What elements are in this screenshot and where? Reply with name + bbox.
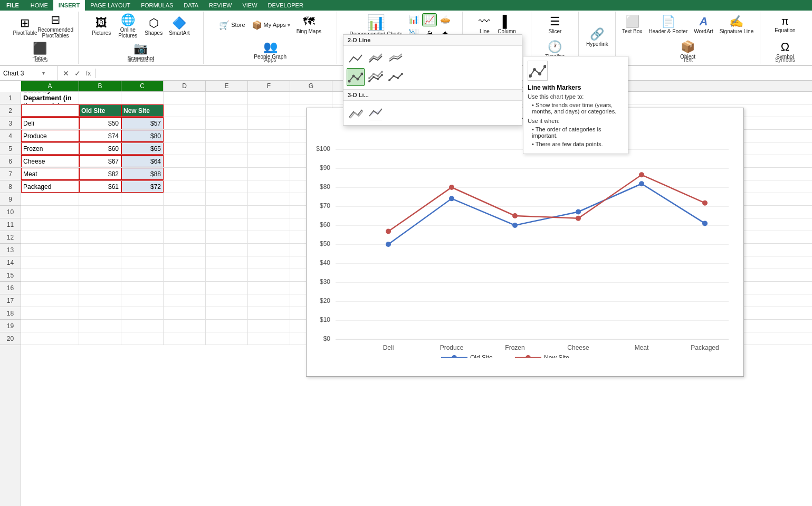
row-header-10[interactable]: 10: [0, 206, 21, 218]
cell-f8[interactable]: [248, 180, 290, 193]
cell-c4[interactable]: $80: [121, 130, 164, 142]
pivot-table-button[interactable]: ⊞ PivotTable: [10, 16, 40, 37]
cell-d9[interactable]: [164, 193, 206, 205]
row-header-20[interactable]: 20: [0, 332, 21, 345]
cell-e1[interactable]: [206, 92, 248, 104]
cell-b9[interactable]: [79, 193, 121, 205]
cell-b4[interactable]: $74: [79, 130, 121, 142]
cell-c2[interactable]: New Site: [121, 104, 164, 117]
pie-chart-button[interactable]: 🥧: [438, 13, 453, 26]
cell-f4[interactable]: [248, 130, 290, 142]
cell-f7[interactable]: [248, 168, 290, 180]
column-chart-button[interactable]: 📊: [406, 13, 421, 26]
row-header-3[interactable]: 3: [0, 117, 21, 130]
cell-f14[interactable]: [248, 256, 290, 269]
pictures-button[interactable]: 🖼 Pictures: [89, 16, 113, 37]
cell-e3[interactable]: [206, 117, 248, 129]
cell-e13[interactable]: [206, 244, 248, 256]
row-header-16[interactable]: 16: [0, 282, 21, 294]
cell-b6[interactable]: $67: [79, 155, 121, 167]
smartart-button[interactable]: 🔷 SmartArt: [166, 16, 192, 37]
cell-c5[interactable]: $65: [121, 142, 164, 155]
cell-a10[interactable]: [21, 206, 79, 218]
cell-d15[interactable]: [164, 269, 206, 281]
cell-b13[interactable]: [79, 244, 121, 256]
line-sparkline-button[interactable]: 〰 Line: [475, 14, 494, 36]
cell-a2[interactable]: [21, 104, 79, 117]
cell-f5[interactable]: [248, 142, 290, 155]
confirm-formula-button[interactable]: ✓: [73, 69, 82, 78]
column-sparkline-button[interactable]: ▌ Column: [495, 14, 518, 36]
cell-d17[interactable]: [164, 294, 206, 307]
cell-f20[interactable]: [248, 332, 290, 345]
cell-f3[interactable]: [248, 117, 290, 129]
cell-a5[interactable]: Frozen: [21, 142, 79, 155]
cell-b16[interactable]: [79, 282, 121, 294]
cell-a17[interactable]: [21, 294, 79, 307]
cell-c12[interactable]: [121, 231, 164, 243]
cell-e20[interactable]: [206, 332, 248, 345]
tab-file[interactable]: FILE: [0, 0, 25, 11]
tab-formulas[interactable]: FORMULAS: [136, 0, 178, 11]
cell-a13[interactable]: [21, 244, 79, 256]
cell-b12[interactable]: [79, 231, 121, 243]
cell-b17[interactable]: [79, 294, 121, 307]
cell-b1[interactable]: [79, 92, 121, 104]
row-header-9[interactable]: 9: [0, 193, 21, 206]
cell-a19[interactable]: [21, 320, 79, 332]
cell-b11[interactable]: [79, 218, 121, 231]
cell-e19[interactable]: [206, 320, 248, 332]
cell-e16[interactable]: [206, 282, 248, 294]
col-header-c[interactable]: C: [121, 81, 164, 91]
cell-e10[interactable]: [206, 206, 248, 218]
cell-a7[interactable]: Meat: [21, 168, 79, 180]
hyperlink-button[interactable]: 🔗 Hyperlink: [584, 27, 611, 49]
cell-b10[interactable]: [79, 206, 121, 218]
cell-b20[interactable]: [79, 332, 121, 345]
col-header-a[interactable]: A: [21, 81, 79, 91]
cell-g1[interactable]: [290, 92, 332, 104]
slicer-button[interactable]: ☰ Slicer: [546, 14, 565, 36]
cell-c3[interactable]: $57: [121, 117, 164, 129]
col-header-f[interactable]: F: [248, 81, 290, 91]
tab-page-layout[interactable]: PAGE LAYOUT: [85, 0, 136, 11]
cell-f1[interactable]: [248, 92, 290, 104]
cell-e4[interactable]: [206, 130, 248, 142]
cell-d3[interactable]: [164, 117, 206, 129]
cell-f16[interactable]: [248, 282, 290, 294]
cell-a8[interactable]: Packaged: [21, 180, 79, 193]
chart-type-line[interactable]: [347, 49, 365, 67]
row-header-6[interactable]: 6: [0, 155, 21, 168]
bing-maps-button[interactable]: 🗺 Bing Maps: [294, 14, 324, 36]
cell-c14[interactable]: [121, 256, 164, 269]
row-header-19[interactable]: 19: [0, 320, 21, 332]
cell-c15[interactable]: [121, 269, 164, 281]
cell-d16[interactable]: [164, 282, 206, 294]
tab-review[interactable]: REVIEW: [204, 0, 237, 11]
cell-d18[interactable]: [164, 307, 206, 319]
cell-b3[interactable]: $50: [79, 117, 121, 129]
row-header-7[interactable]: 7: [0, 168, 21, 180]
row-header-11[interactable]: 11: [0, 218, 21, 231]
cell-c19[interactable]: [121, 320, 164, 332]
cell-d14[interactable]: [164, 256, 206, 269]
cell-e9[interactable]: [206, 193, 248, 205]
cell-f11[interactable]: [248, 218, 290, 231]
cell-d6[interactable]: [164, 155, 206, 167]
equation-button[interactable]: π Equation: [772, 14, 798, 35]
cell-d7[interactable]: [164, 168, 206, 180]
store-button[interactable]: 🛒 Store: [216, 19, 247, 31]
cell-f10[interactable]: [248, 206, 290, 218]
chart-type-line-markers-100[interactable]: [387, 68, 405, 86]
cell-f9[interactable]: [248, 193, 290, 205]
row-header-1[interactable]: 1: [0, 92, 21, 104]
cell-c16[interactable]: [121, 282, 164, 294]
cell-f6[interactable]: [248, 155, 290, 167]
cell-b18[interactable]: [79, 307, 121, 319]
chart-type-line-stacked[interactable]: [367, 49, 385, 67]
cell-d12[interactable]: [164, 231, 206, 243]
cell-b14[interactable]: [79, 256, 121, 269]
cell-d1[interactable]: [164, 92, 206, 104]
cell-a15[interactable]: [21, 269, 79, 281]
col-header-e[interactable]: E: [206, 81, 248, 91]
